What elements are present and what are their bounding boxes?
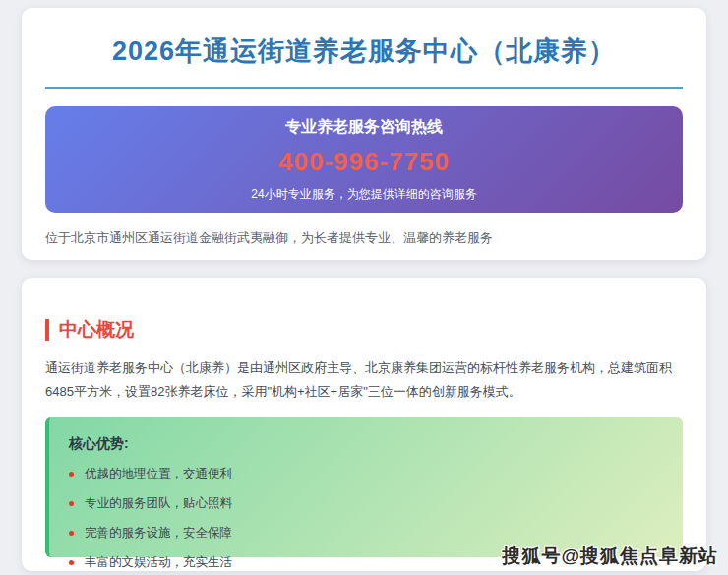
advantage-text: 优越的地理位置，交通便利 (85, 466, 232, 482)
hotline-phone-number: 400-996-7750 (278, 147, 450, 177)
section-heading-text: 中心概况 (59, 317, 134, 343)
advantage-text: 专业的服务团队，贴心照料 (85, 495, 232, 512)
page: 2026年通运街道养老服务中心（北康养） 专业养老服务咨询热线 400-996-… (0, 0, 728, 575)
hotline-heading: 专业养老服务咨询热线 (285, 117, 443, 138)
hotline-subtext: 24小时专业服务，为您提供详细的咨询服务 (251, 186, 476, 203)
bullet-dot-icon (69, 501, 74, 506)
overview-card: 中心概况 通运街道养老服务中心（北康养）是由通州区政府主导、北京康养集团运营的标… (22, 278, 706, 571)
advantages-title: 核心优势: (69, 435, 663, 453)
bullet-dot-icon (69, 560, 74, 565)
list-item: 优越的地理位置，交通便利 (69, 466, 663, 482)
location-text: 位于北京市通州区通运街道金融街武夷融御，为长者提供专业、温馨的养老服务 (45, 229, 683, 247)
list-item: 完善的服务设施，安全保障 (69, 525, 663, 542)
list-item: 专业的服务团队，贴心照料 (69, 495, 663, 512)
section-accent-bar (45, 319, 49, 341)
bullet-dot-icon (69, 472, 74, 477)
bullet-dot-icon (69, 531, 74, 536)
advantage-text: 丰富的文娱活动，充实生活 (85, 554, 232, 571)
hotline-banner: 专业养老服务咨询热线 400-996-7750 24小时专业服务，为您提供详细的… (45, 106, 683, 213)
title-divider (45, 87, 683, 89)
section-heading: 中心概况 (45, 317, 683, 343)
page-title: 2026年通运街道养老服务中心（北康养） (45, 33, 683, 69)
overview-paragraph: 通运街道养老服务中心（北康养）是由通州区政府主导、北京康养集团运营的标杆性养老服… (45, 356, 683, 404)
header-card: 2026年通运街道养老服务中心（北康养） 专业养老服务咨询热线 400-996-… (22, 8, 706, 260)
sohu-watermark: 搜狐号@搜狐焦点阜新站 (502, 543, 718, 569)
advantages-box: 核心优势: 优越的地理位置，交通便利 专业的服务团队，贴心照料 完善的服务设施，… (45, 417, 683, 557)
advantage-text: 完善的服务设施，安全保障 (85, 525, 232, 542)
